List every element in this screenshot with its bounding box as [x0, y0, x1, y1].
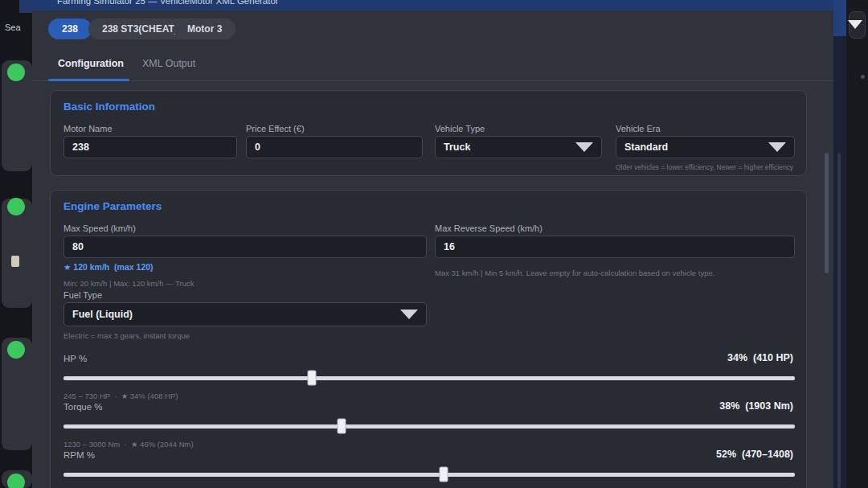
vehicle-type-label: Vehicle Type: [435, 124, 485, 133]
fuel-type-hint: Electric = max 3 gears, instant torque: [63, 331, 190, 340]
tab-xml-output[interactable]: XML Output: [142, 58, 195, 69]
xml-generator-modal: Farming Simulator 25 — VehicleMotor XML …: [32, 0, 846, 488]
hp-percent-label: HP %: [63, 354, 87, 363]
outer-scrollbar[interactable]: [837, 153, 841, 488]
fuel-type-value: Fuel (Liquid): [72, 309, 133, 320]
main-tab-bar: Configuration XML Output: [32, 48, 833, 81]
motor-tab-label: 238: [62, 23, 78, 35]
green-status-dot: [7, 64, 25, 81]
background-mini-icon: [11, 256, 19, 267]
vehicle-era-value: Standard: [624, 141, 668, 153]
max-reverse-speed-label: Max Reverse Speed (km/h): [435, 223, 542, 233]
slider-track[interactable]: [63, 376, 795, 380]
max-speed-range-hint: Min: 20 km/h | Max: 120 km/h — Truck: [63, 279, 194, 288]
torque-range-hint: 1230 – 3000 Nm · ★ 46% (2044 Nm): [63, 440, 194, 449]
slider-knob[interactable]: [337, 419, 346, 434]
price-effect-input[interactable]: [246, 136, 423, 158]
rpm-percent-slider[interactable]: [63, 467, 795, 482]
vehicle-era-hint: Older vehicles = lower efficiency, Newer…: [616, 163, 793, 171]
max-speed-input[interactable]: [63, 236, 427, 258]
motor-name-input[interactable]: [63, 136, 237, 158]
max-reverse-speed-hint: Max 31 km/h | Min 5 km/h. Leave empty fo…: [435, 269, 714, 277]
slider-knob[interactable]: [440, 467, 448, 482]
background-header-fragment: [833, 0, 846, 36]
max-reverse-speed-input[interactable]: [435, 236, 795, 258]
torque-percent-slider[interactable]: [63, 419, 795, 433]
green-status-dot: [7, 474, 25, 488]
chevron-down-icon: [575, 142, 593, 152]
modal-scrollbar-thumb[interactable]: [825, 153, 829, 273]
section-title: Engine Parameters: [63, 200, 162, 212]
rpm-percent-label: RPM %: [63, 450, 95, 460]
slider-track[interactable]: [63, 473, 795, 477]
slider-track[interactable]: [63, 424, 795, 429]
background-search-label: Sea: [5, 23, 21, 32]
motor-tab-motor-3[interactable]: Motor 3: [174, 18, 235, 39]
max-speed-label: Max Speed (km/h): [63, 223, 136, 233]
hp-percent-slider[interactable]: [63, 371, 795, 385]
vehicle-type-select[interactable]: Truck: [435, 136, 602, 158]
hp-range-hint: 245 – 730 HP · ★ 34% (408 HP): [63, 392, 178, 400]
background-dropdown-button[interactable]: [849, 11, 866, 39]
motor-tab-238[interactable]: 238: [48, 18, 92, 39]
motor-tab-label: Motor 3: [187, 23, 222, 35]
torque-percent-value: 38% (1903 Nm): [719, 400, 793, 412]
chevron-down-icon: [768, 142, 786, 152]
vehicle-era-select[interactable]: Standard: [616, 136, 795, 158]
fuel-type-select[interactable]: Fuel (Liquid): [63, 302, 427, 326]
background-header-fragment: [19, 0, 32, 13]
green-status-dot: [7, 341, 25, 359]
rpm-percent-value: 52% (470–1408): [716, 449, 793, 460]
vehicle-type-value: Truck: [444, 141, 470, 153]
tab-configuration[interactable]: Configuration: [58, 58, 124, 69]
motor-tab-label: 238 ST3(CHEAT): [102, 23, 178, 35]
fuel-type-label: Fuel Type: [63, 290, 102, 300]
motor-name-label: Motor Name: [63, 124, 113, 133]
engine-parameters-section: Engine Parameters Max Speed (km/h) Max R…: [50, 190, 807, 488]
modal-title-bar: Farming Simulator 25 — VehicleMotor XML …: [32, 0, 846, 10]
modal-title: Farming Simulator 25 — VehicleMotor XML …: [57, 0, 279, 6]
background-scroll-dot: [861, 75, 865, 79]
torque-percent-label: Torque %: [63, 402, 103, 412]
chevron-down-icon: [848, 20, 862, 29]
modal-body: 238 238 ST3(CHEAT) Motor 3 Configuration…: [32, 10, 833, 488]
slider-knob[interactable]: [308, 371, 317, 386]
green-status-dot: [7, 198, 25, 215]
basic-information-section: Basic Information Motor Name Price Effec…: [50, 90, 807, 176]
section-title: Basic Information: [63, 100, 155, 113]
price-effect-label: Price Effect (€): [246, 124, 305, 133]
chevron-down-icon: [400, 310, 418, 319]
max-speed-recommended-note: ★ 120 km/h (max 120): [63, 262, 154, 272]
active-tab-underline: [48, 79, 129, 81]
hp-percent-value: 34% (410 HP): [727, 352, 793, 363]
vehicle-era-label: Vehicle Era: [616, 124, 661, 133]
